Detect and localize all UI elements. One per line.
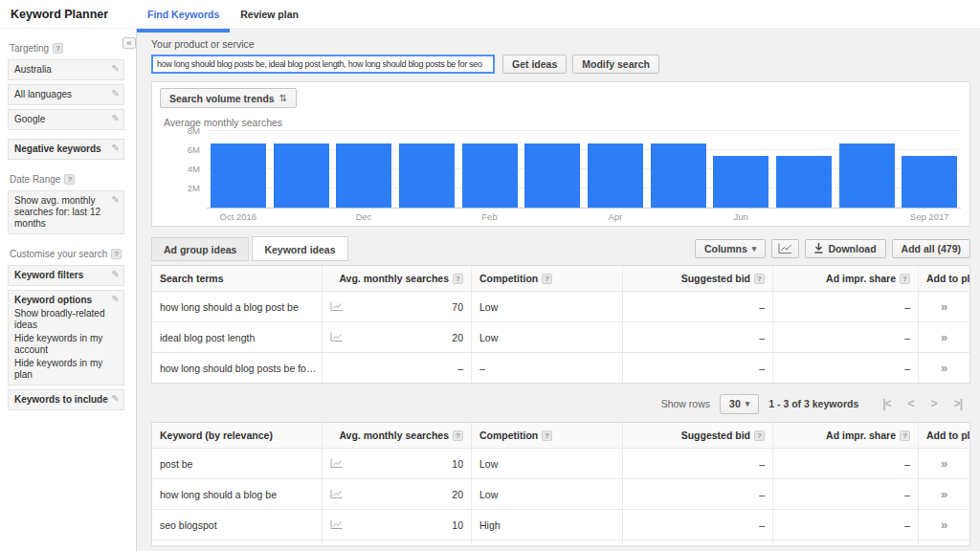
col-header-add-to-plan: Add to plan [918, 266, 969, 291]
trend-chart-icon[interactable] [330, 489, 343, 499]
edit-pencil-icon[interactable]: ✎ [112, 143, 120, 154]
caret-down-icon: ▾ [752, 244, 757, 253]
col-header-suggested-bid-label: Suggested bid [681, 273, 750, 284]
x-axis-tick: Dec [325, 211, 402, 222]
competition-cell: Low [471, 449, 622, 478]
sidebar-item-show-avg-monthly-searches-for-last-12-months[interactable]: Show avg. monthly searches for: last 12 … [8, 190, 124, 234]
search-volume-trends-dropdown[interactable]: Search volume trends ⇅ [160, 88, 297, 108]
line-chart-icon [778, 243, 792, 254]
modify-search-button[interactable]: Modify search [572, 55, 659, 74]
pagination-bar: Show rows 30 ▾ 1 - 3 of 3 keywords |< < … [151, 391, 970, 416]
help-icon[interactable]: ? [542, 430, 552, 441]
ad-impr-share-cell: – [772, 449, 918, 478]
app-header: Keyword Planner Find Keywords Review pla… [0, 0, 980, 29]
add-to-plan-icon[interactable]: » [941, 361, 947, 375]
x-axis-tick: Sep 2017 [891, 211, 968, 222]
avg-monthly-searches-cell: 70 [322, 292, 471, 321]
chart-view-button[interactable] [771, 239, 799, 258]
y-axis-tick: 6M [171, 144, 200, 155]
search-area: Your product or service Get ideas Modify… [137, 29, 980, 74]
edit-pencil-icon[interactable]: ✎ [112, 294, 120, 305]
partial-cell [471, 540, 622, 546]
help-icon[interactable]: ? [111, 249, 122, 259]
page-size-dropdown[interactable]: 30 ▾ [720, 394, 759, 414]
competition-cell: Low [471, 479, 622, 509]
help-icon[interactable]: ? [754, 430, 765, 441]
avg-monthly-searches-value: 20 [452, 332, 463, 343]
bar-nov-2016 [274, 143, 329, 208]
col-header-ad-impr-share: Ad impr. share? [772, 423, 918, 448]
help-icon[interactable]: ? [53, 43, 63, 54]
edit-pencil-icon[interactable]: ✎ [112, 194, 120, 206]
sidebar-item-google[interactable]: Google✎ [8, 109, 124, 130]
sidebar-item-label: Google [14, 114, 45, 124]
collapse-sidebar-button[interactable]: « [122, 37, 136, 49]
competition-value: Low [479, 489, 498, 500]
y-axis-tick: 4M [171, 164, 200, 174]
help-icon[interactable]: ? [754, 274, 765, 284]
help-icon[interactable]: ? [453, 274, 463, 284]
edit-pencil-icon[interactable]: ✎ [112, 88, 120, 99]
y-axis-tick: 8M [171, 125, 200, 136]
table-header-row: Keyword (by relevance)Avg. monthly searc… [152, 423, 969, 448]
bar-dec-2016 [336, 143, 391, 208]
section-label-text: Date Range [10, 174, 60, 185]
edit-pencil-icon[interactable]: ✎ [112, 63, 120, 75]
trend-chart-icon[interactable] [330, 301, 343, 312]
tab-ad-group-ideas[interactable]: Ad group ideas [151, 237, 249, 261]
bar-mar-2017 [524, 143, 580, 208]
trend-chart-icon[interactable] [330, 332, 343, 342]
last-page-button[interactable]: >| [954, 397, 962, 410]
help-icon[interactable]: ? [542, 274, 552, 284]
sidebar-item-negative-keywords[interactable]: Negative keywords✎ [8, 139, 124, 160]
add-to-plan-icon[interactable]: » [941, 518, 947, 532]
columns-label: Columns [704, 243, 747, 254]
suggested-bid-cell: – [622, 292, 772, 321]
edit-pencil-icon[interactable]: ✎ [112, 393, 120, 405]
get-ideas-button[interactable]: Get ideas [502, 55, 567, 74]
sidebar-item-all-languages[interactable]: All languages✎ [8, 84, 124, 105]
x-axis-tick: Feb [452, 211, 528, 222]
trend-chart-icon[interactable] [330, 519, 343, 530]
columns-dropdown-button[interactable]: Columns ▾ [695, 239, 766, 258]
sidebar-item-keyword-options[interactable]: Keyword optionsShow broadly-related idea… [8, 290, 124, 386]
col-header-keyword: Keyword (by relevance) [152, 423, 322, 448]
top-tabs: Find Keywords Review plan [137, 0, 309, 29]
sidebar-item-keyword-filters[interactable]: Keyword filters✎ [8, 265, 124, 286]
competition-value: Low [479, 458, 498, 470]
col-header-suggested-bid: Suggested bid? [622, 423, 772, 448]
tab-review-plan[interactable]: Review plan [230, 0, 309, 29]
next-page-button[interactable]: > [931, 397, 937, 410]
trend-chart-icon[interactable] [330, 458, 343, 469]
help-icon[interactable]: ? [64, 174, 75, 185]
tab-keyword-ideas[interactable]: Keyword ideas [252, 236, 347, 261]
first-page-button[interactable]: |< [882, 397, 890, 410]
sidebar-item-label: Keyword options [14, 295, 92, 305]
add-to-plan-icon[interactable]: » [941, 487, 947, 501]
keyword-cell: post be [152, 449, 322, 478]
sidebar-item-label: All languages [14, 89, 72, 99]
col-header-keyword: Search terms [152, 266, 322, 291]
competition-cell: Low [471, 292, 622, 321]
ad-impr-share-value: – [904, 363, 910, 374]
sidebar-item-australia[interactable]: Australia✎ [8, 59, 124, 80]
download-button[interactable]: Download [805, 239, 885, 258]
help-icon[interactable]: ? [900, 430, 910, 441]
bar-jul-2017 [776, 156, 832, 208]
help-icon[interactable]: ? [453, 430, 463, 441]
table-row: how long should blog posts be fo…––––» [152, 352, 969, 383]
prev-page-button[interactable]: < [908, 397, 914, 410]
add-to-plan-icon[interactable]: » [941, 299, 947, 314]
add-to-plan-icon[interactable]: » [941, 456, 947, 471]
edit-pencil-icon[interactable]: ✎ [112, 113, 120, 124]
edit-pencil-icon[interactable]: ✎ [112, 269, 120, 280]
help-icon[interactable]: ? [900, 274, 910, 284]
suggested-bid-cell: – [622, 479, 772, 509]
suggested-bid-value: – [759, 489, 765, 500]
section-label-text: Targeting [10, 43, 49, 54]
sidebar-item-keywords-to-include[interactable]: Keywords to include✎ [8, 389, 124, 410]
tab-find-keywords[interactable]: Find Keywords [137, 0, 230, 29]
add-to-plan-icon[interactable]: » [941, 330, 947, 344]
keywords-search-input[interactable] [151, 55, 495, 74]
add-all-button[interactable]: Add all (479) [892, 239, 970, 258]
